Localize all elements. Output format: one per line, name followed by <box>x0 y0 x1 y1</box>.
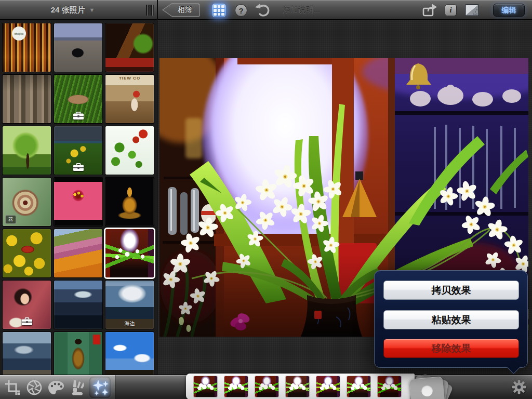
thumbnail-seaside-clouds[interactable]: 海边 <box>105 281 154 329</box>
brushes-icon <box>69 379 86 396</box>
effects-tray <box>186 374 415 399</box>
photo-count-dropdown[interactable]: 24 张照片 ▼ <box>0 0 145 20</box>
photo-sign-text: Mojito <box>12 26 26 41</box>
thumb-photo-detail <box>93 335 100 344</box>
effects-context-menu: 拷贝效果粘贴效果移除效果 <box>374 270 528 368</box>
top-toolbar: 24 张照片 ▼ 相簿 ? 添加说明... <box>0 0 532 20</box>
thumbnail-sky-pylons[interactable] <box>105 332 154 375</box>
popup-button-remove-effect[interactable]: 移除效果 <box>383 339 519 358</box>
edit-button[interactable]: 编辑 <box>493 4 525 17</box>
share-button[interactable] <box>422 3 438 17</box>
caption-input[interactable]: 添加说明... <box>260 0 343 20</box>
photo-count-label: 24 张照片 <box>51 5 85 15</box>
tool-brushes-button[interactable] <box>66 377 88 398</box>
edited-toolbox-badge-icon <box>73 163 84 174</box>
info-label: i <box>449 6 451 15</box>
effect-variant-thumbnail[interactable] <box>347 376 370 397</box>
effect-variant-thumbnail[interactable] <box>286 376 309 397</box>
thumbnail-sidebar: MojitoTIEW CO花海边 <box>0 20 157 375</box>
aperture-icon <box>26 379 43 396</box>
popup-button-paste-effect[interactable]: 粘贴效果 <box>383 310 519 329</box>
toolbar-divider <box>157 0 158 20</box>
thumbnail-garden-flowers[interactable] <box>54 126 102 175</box>
effect-variant-thumbnail[interactable] <box>255 376 278 397</box>
compare-button[interactable] <box>465 4 479 16</box>
thumbnail-yellow-chrysanthemums[interactable] <box>3 229 51 277</box>
iphoto-app: 24 张照片 ▼ 相簿 ? 添加说明... <box>0 0 532 399</box>
thumb-tag-label: 花 <box>5 215 16 224</box>
thumbnail-orchid-vase[interactable] <box>105 229 154 277</box>
effect-variant-thumbnail[interactable] <box>224 376 248 397</box>
edit-tools-segment <box>0 375 115 399</box>
share-icon <box>422 3 438 17</box>
edited-toolbox-badge-icon <box>73 112 84 122</box>
popup-button-copy-effect[interactable]: 拷贝效果 <box>383 281 519 300</box>
sparkles-icon <box>91 379 110 396</box>
compare-icon <box>465 4 479 16</box>
caption-placeholder: 添加说明... <box>283 5 321 15</box>
thumb-caption-label: 海边 <box>105 320 154 327</box>
tool-crop-button[interactable] <box>2 377 23 398</box>
albums-back-button[interactable]: 相簿 <box>162 3 200 17</box>
caret-down-icon: ▼ <box>89 7 95 13</box>
popup-tail <box>507 360 521 374</box>
settings-gear-button[interactable] <box>511 379 527 395</box>
thumbnail-pink-flower[interactable] <box>54 178 102 226</box>
thumbnail-green-tree[interactable] <box>3 126 51 175</box>
thumbnail-sea-horizon[interactable] <box>3 332 51 375</box>
effect-variant-thumbnail[interactable] <box>316 376 340 397</box>
thumbnail-blackbird[interactable] <box>54 23 102 72</box>
photo-sign-text: TIEW CO <box>105 76 154 81</box>
crop-icon <box>5 380 20 395</box>
grid-view-button[interactable] <box>212 4 226 17</box>
thumbnail-girl-portrait[interactable] <box>3 281 51 329</box>
edit-button-label: 编辑 <box>502 6 516 15</box>
help-button[interactable]: ? <box>235 4 247 17</box>
thumbnail-dark-seascape[interactable] <box>54 281 102 329</box>
thumbnail-red-green-leaves[interactable] <box>105 126 154 175</box>
gear-icon <box>511 379 527 395</box>
albums-button-label: 相簿 <box>171 3 199 17</box>
fan-thumb-hole <box>421 384 433 397</box>
thumbnail-leaf-on-grass[interactable] <box>54 75 102 123</box>
palette-icon <box>47 380 65 395</box>
thumbnail-building-facade[interactable] <box>3 75 51 123</box>
thumbnail-samurai-armor[interactable] <box>54 332 102 375</box>
thumbnail-flower-mound[interactable] <box>54 229 102 277</box>
fan-card <box>409 376 447 399</box>
edited-toolbox-badge-icon <box>21 317 33 328</box>
sidebar-drag-handle-icon[interactable] <box>146 5 154 16</box>
help-label: ? <box>238 6 243 15</box>
thumbnail-dried-flower[interactable]: 花 <box>3 178 51 226</box>
thumbnail-street-scene[interactable] <box>105 23 154 72</box>
bottom-toolbar <box>0 375 532 399</box>
thumbnail-bar-bottles[interactable]: Mojito <box>3 23 51 72</box>
info-button[interactable]: i <box>445 4 457 16</box>
tool-effects-button[interactable] <box>89 377 111 398</box>
tool-exposure-button[interactable] <box>23 377 45 398</box>
thumbnail-night-building[interactable] <box>105 178 154 226</box>
effect-variant-thumbnail[interactable] <box>194 376 217 397</box>
tool-color-button[interactable] <box>45 377 66 398</box>
thumbnail-mannequin-window[interactable]: TIEW CO <box>105 75 154 123</box>
effects-fan-stack[interactable] <box>407 376 449 399</box>
effect-variant-thumbnail[interactable] <box>378 376 401 397</box>
